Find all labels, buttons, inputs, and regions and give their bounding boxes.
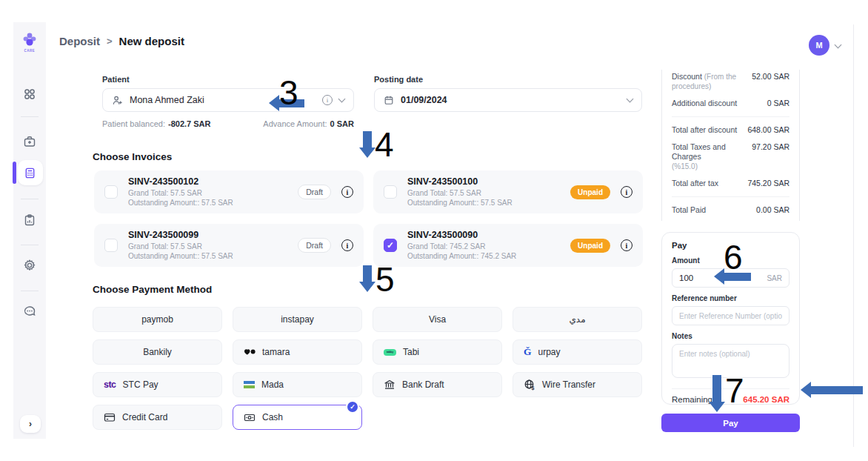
pay-button[interactable]: Pay [661,414,800,432]
payment-option-wire-transfer[interactable]: $ Wire Transfer [513,372,642,397]
annotation-number-5: 5 [375,262,395,296]
posting-date-select[interactable]: 01/09/2024 [374,88,642,112]
invoice-card[interactable]: SINV-243500102 Grand Total: 57.5 SAR Out… [94,170,364,213]
patient-select[interactable]: Mona Ahmed Zaki i [102,88,354,112]
patient-value: Mona Ahmed Zaki [130,95,204,105]
selected-check-icon: ✓ [346,400,359,414]
sidebar-item-dashboard[interactable] [13,87,46,101]
currency-suffix: SAR [767,274,782,282]
sidebar-expand-button[interactable]: › [20,415,41,433]
svg-text:$: $ [532,385,535,391]
advance-amount-label: Advance Amount: [263,119,327,128]
reference-field-wrap [672,306,789,325]
patient-balance-value: -802.7 SAR [168,119,210,128]
summary-row: Outstanding Amount: 745.20 SAR [672,219,789,221]
chevron-right-icon: › [29,419,32,429]
annotation-arrow-down-7 [709,375,725,412]
choose-invoices-heading: Choose Invoices [93,151,172,162]
invoice-info-icon[interactable]: i [621,186,632,198]
payment-option-tamara[interactable]: tamara [233,339,362,365]
patient-info-icon[interactable]: i [322,95,333,105]
patient-label: Patient [102,75,130,84]
summary-sublabel: (%15.0) [672,162,698,170]
payment-option-tabi[interactable]: tabby Tabi [373,339,502,365]
invoice-id: SINV-243500100 [407,176,560,187]
summary-row: Discount (From the procedures) 52.00 SAR [672,70,789,95]
logo-flower-icon [21,31,39,49]
tabby-logo-icon: tabby [384,349,396,356]
payment-option-label: Wire Transfer [542,379,595,390]
annotation-arrow-down-5 [359,265,375,292]
summary-label: Total after discount [672,125,737,135]
person-add-icon [112,95,123,106]
payment-option-visa[interactable]: Visa [373,307,502,332]
invoice-info-icon[interactable]: i [621,239,632,251]
summary-row: Additional discount 0 SAR [672,95,789,112]
invoice-card-selected[interactable]: ✓ SINV-243500090 Grand Total: 745.2 SAR … [373,224,643,267]
annotation-number-3: 3 [279,76,298,110]
payment-option-label: urpay [538,347,561,357]
invoice-outstanding: Outstanding Amount:: 57.5 SAR [128,251,287,261]
payment-option-label: instapay [281,314,314,325]
page-title: New deposit [119,35,184,47]
invoice-grand-total: Grand Total: 57.5 SAR [128,242,287,251]
breadcrumb: Deposit > New deposit [59,35,184,47]
payment-option-mada[interactable]: Mada [233,372,362,397]
calculator-icon [24,167,36,179]
payment-option-label: Visa [429,314,446,325]
status-badge: Draft [298,185,331,199]
sidebar-item-medical[interactable] [13,135,46,148]
avatar-chevron-down-icon[interactable] [835,42,842,49]
invoice-checkbox[interactable] [104,185,118,199]
payment-option-bankily[interactable]: Bankily [93,339,222,365]
invoice-outstanding: Outstanding Amount:: 57.5 SAR [407,198,560,208]
banknote-icon [244,413,256,422]
payment-option-label: Cash [262,412,283,422]
summary-label: Total Paid [672,205,706,215]
invoice-info-icon[interactable]: i [341,186,353,198]
sidebar-item-chat[interactable] [13,305,46,318]
avatar[interactable]: M [809,35,829,56]
payment-option-credit-card[interactable]: Credit Card [93,405,222,430]
patient-chevron-down-icon[interactable] [338,96,346,103]
globe-dollar-icon: $ [524,379,535,391]
payment-option-urpay[interactable]: Ǧ urpay [513,339,642,365]
reference-number-label: Reference number [672,294,789,302]
invoice-outstanding: Outstanding Amount:: 745.2 SAR [407,251,560,261]
status-badge: Unpaid [570,239,610,253]
chat-bubble-icon [23,305,36,318]
dashboard-grid-icon [23,87,36,101]
sidebar-item-reports[interactable] [13,213,46,227]
sidebar-item-billing[interactable] [13,166,46,179]
invoice-card[interactable]: SINV-243500099 Grand Total: 57.5 SAR Out… [94,224,364,267]
breadcrumb-root[interactable]: Deposit [59,35,100,47]
invoice-checkbox[interactable] [104,239,118,252]
app-canvas: CARE [0,0,868,461]
invoice-checkbox[interactable] [384,185,397,199]
reference-number-input[interactable] [679,311,782,320]
summary-divider [672,116,789,117]
sidebar-divider [21,245,39,245]
app-logo[interactable]: CARE [13,31,46,53]
advance-amount-value: 0 SAR [330,119,354,128]
breadcrumb-separator: > [107,36,113,47]
invoice-checkbox-checked[interactable]: ✓ [384,239,397,252]
payment-option-instapay[interactable]: instapay [233,307,362,332]
payment-option-cash-selected[interactable]: Cash ✓ [233,405,362,430]
settings-gear-icon [23,259,36,272]
credit-card-icon [104,412,116,422]
payment-option-bank-draft[interactable]: Bank Draft [373,372,502,397]
annotation-number-7: 7 [725,374,744,408]
invoice-card[interactable]: SINV-243500100 Grand Total: 57.5 SAR Out… [373,170,643,213]
clipboard-chart-icon [23,213,36,227]
invoice-grand-total: Grand Total: 745.2 SAR [407,242,560,251]
payment-option-mada-arabic[interactable]: مدي [513,307,642,332]
invoice-info-icon[interactable]: i [341,239,353,251]
posting-date-chevron-down-icon[interactable] [627,96,634,103]
sidebar-item-settings[interactable] [13,259,46,272]
payment-option-paymob[interactable]: paymob [93,307,222,332]
payment-option-stc-pay[interactable]: stc STC Pay [93,372,222,397]
patient-balance-row: Patient balanced:-802.7 SAR Advance Amou… [102,119,354,128]
invoice-outstanding: Outstanding Amount:: 57.5 SAR [128,198,287,208]
notes-label: Notes [672,332,789,340]
